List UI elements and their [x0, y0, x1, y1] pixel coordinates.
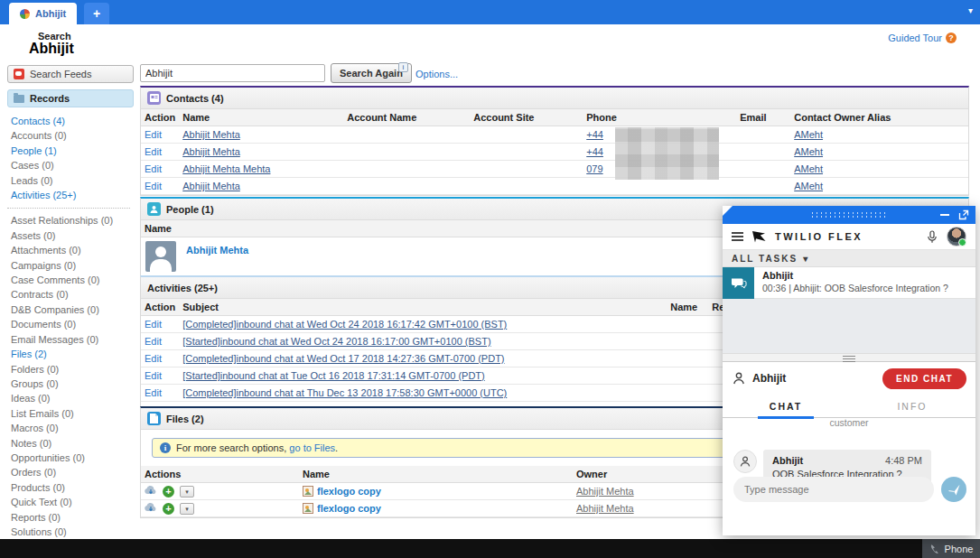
- options-link[interactable]: Options...: [415, 69, 458, 79]
- drag-handle-icon[interactable]: [810, 211, 888, 218]
- contact-name-link[interactable]: Abhijit Mehta: [182, 129, 240, 140]
- download-icon[interactable]: [145, 486, 157, 498]
- sidebar-item[interactable]: Reports (0): [11, 510, 137, 525]
- sidebar-item[interactable]: D&B Companies (0): [11, 302, 137, 317]
- agent-avatar[interactable]: [947, 227, 966, 246]
- activity-subject-link[interactable]: [Started]inbound chat at Wed Oct 24 2018…: [182, 336, 490, 347]
- all-tasks-filter[interactable]: ALL TASKS ▾: [723, 250, 975, 267]
- sidebar-item[interactable]: Cases (0): [11, 158, 137, 172]
- sidebar-item[interactable]: Quick Text (0): [11, 495, 137, 509]
- sidebar-item[interactable]: Contacts (4): [11, 114, 137, 128]
- panel-resize-handle[interactable]: [723, 353, 975, 362]
- sidebar-item[interactable]: Leads (0): [11, 173, 137, 188]
- contact-phone-link[interactable]: +44: [586, 146, 603, 157]
- sidebar-item[interactable]: Macros (0): [11, 421, 137, 435]
- row-menu-button[interactable]: ▾: [180, 486, 194, 498]
- sidebar-item[interactable]: Asset Relationships (0): [11, 213, 137, 228]
- search-feeds-button[interactable]: Search Feeds: [7, 65, 134, 83]
- contact-phone-link[interactable]: 079: [586, 163, 602, 174]
- sidebar-item[interactable]: Solutions (0): [11, 525, 137, 539]
- activity-subject-link[interactable]: [Completed]inbound chat at Wed Oct 24 20…: [182, 319, 507, 330]
- sidebar-item[interactable]: Activities (25+): [11, 188, 137, 202]
- sidebar-item[interactable]: List Emails (0): [11, 406, 137, 421]
- contact-alias-link[interactable]: AMeht: [794, 146, 823, 157]
- contact-alias-link[interactable]: AMeht: [794, 129, 823, 140]
- sidebar-item[interactable]: Files (2): [11, 347, 137, 361]
- sidebar-item[interactable]: Opportunities (0): [11, 451, 137, 465]
- contact-alias-link[interactable]: AMeht: [794, 181, 823, 191]
- tab-info[interactable]: INFO: [849, 395, 975, 417]
- file-name-link[interactable]: flexlogo copy: [317, 503, 381, 514]
- tab-chat[interactable]: CHAT: [723, 395, 849, 417]
- contact-row: Edit Abhijit Mehta +44 AMeht: [141, 144, 968, 161]
- sidebar-item[interactable]: Groups (0): [11, 377, 137, 391]
- sidebar-item[interactable]: Folders (0): [11, 362, 137, 377]
- phone-label: Phone: [945, 544, 974, 554]
- row-menu-button[interactable]: ▾: [180, 503, 194, 515]
- banner-text: For more search options,: [176, 442, 289, 453]
- sidebar-item[interactable]: Attachments (0): [11, 243, 137, 257]
- sidebar-item[interactable]: People (1): [11, 144, 137, 158]
- scrolled-system-message: customer: [723, 418, 975, 428]
- sidebar-item[interactable]: Contracts (0): [11, 287, 137, 302]
- people-icon: [147, 202, 161, 216]
- edit-link[interactable]: Edit: [145, 370, 162, 381]
- message-input[interactable]: [733, 477, 934, 502]
- search-info-icon[interactable]: i: [398, 62, 408, 72]
- edit-link[interactable]: Edit: [145, 353, 162, 364]
- phone-button[interactable]: Phone: [922, 539, 980, 558]
- widget-titlebar[interactable]: [723, 206, 975, 224]
- sidebar-item[interactable]: Ideas (0): [11, 391, 137, 405]
- task-item[interactable]: Abhijit 00:36 | Abhijit: OOB Salesforce …: [723, 267, 975, 299]
- sidebar-item[interactable]: Campaigns (0): [11, 258, 137, 273]
- activity-subject-link[interactable]: [Completed]inbound chat at Wed Oct 17 20…: [182, 353, 504, 364]
- contact-name-link[interactable]: Abhijit Mehta: [182, 181, 240, 191]
- sidebar-item[interactable]: Orders (0): [11, 465, 137, 479]
- edit-link[interactable]: Edit: [145, 319, 162, 330]
- sidebar-item[interactable]: Case Comments (0): [11, 273, 137, 287]
- microphone-icon[interactable]: [926, 230, 938, 244]
- contact-alias-link[interactable]: AMeht: [794, 163, 823, 174]
- activity-subject-link[interactable]: [Completed]inbound chat at Thu Dec 13 20…: [182, 387, 507, 398]
- menu-icon[interactable]: [732, 232, 743, 241]
- guided-tour-link[interactable]: Guided Tour ?: [888, 33, 957, 43]
- sidebar-item[interactable]: Documents (0): [11, 317, 137, 331]
- file-name-link[interactable]: flexlogo copy: [317, 486, 381, 497]
- edit-link[interactable]: Edit: [145, 387, 162, 398]
- search-input[interactable]: [140, 64, 325, 82]
- sidebar-item[interactable]: Accounts (0): [11, 128, 137, 143]
- add-icon[interactable]: +: [163, 503, 174, 515]
- edit-link[interactable]: Edit: [145, 146, 162, 157]
- download-icon[interactable]: [145, 503, 157, 515]
- send-button[interactable]: [941, 477, 966, 502]
- sidebar-item[interactable]: Assets (0): [11, 228, 137, 243]
- col-email: Email: [736, 109, 790, 126]
- contacts-header: Contacts (4): [141, 88, 968, 109]
- popout-icon[interactable]: [958, 209, 969, 220]
- go-to-files-link[interactable]: go to Files: [289, 442, 335, 453]
- edit-link[interactable]: Edit: [145, 163, 162, 174]
- add-icon[interactable]: +: [163, 486, 174, 498]
- tab-overflow-caret-icon[interactable]: ▾: [968, 5, 973, 15]
- contact-name-link[interactable]: Abhijit Mehta Mehta: [182, 163, 270, 174]
- help-icon[interactable]: ?: [946, 33, 957, 43]
- end-chat-button[interactable]: END CHAT: [882, 368, 966, 389]
- sidebar-item[interactable]: Email Messages (0): [11, 332, 137, 347]
- activity-subject-link[interactable]: [Started]inbound chat at Tue Oct 16 2018…: [182, 370, 484, 381]
- send-plane-icon: [947, 483, 961, 497]
- file-owner-link[interactable]: Abhijit Mehta: [576, 486, 634, 497]
- guided-tour-label[interactable]: Guided Tour: [888, 33, 942, 43]
- person-name-link[interactable]: Abhijit Mehta: [186, 245, 248, 256]
- new-tab-button[interactable]: +: [84, 3, 109, 24]
- sidebar-item[interactable]: Products (0): [11, 480, 137, 495]
- chat-message-area: Abhijit 4:48 PM OOB Salesforce Integrati…: [723, 428, 975, 511]
- edit-link[interactable]: Edit: [145, 129, 162, 140]
- edit-link[interactable]: Edit: [145, 181, 162, 191]
- tab-abhijit[interactable]: Abhijit: [9, 3, 77, 24]
- contact-phone-link[interactable]: +44: [586, 129, 603, 140]
- contact-name-link[interactable]: Abhijit Mehta: [182, 146, 240, 157]
- edit-link[interactable]: Edit: [145, 336, 162, 347]
- file-owner-link[interactable]: Abhijit Mehta: [576, 503, 634, 514]
- minimize-icon[interactable]: [940, 214, 949, 216]
- sidebar-item[interactable]: Notes (0): [11, 436, 137, 451]
